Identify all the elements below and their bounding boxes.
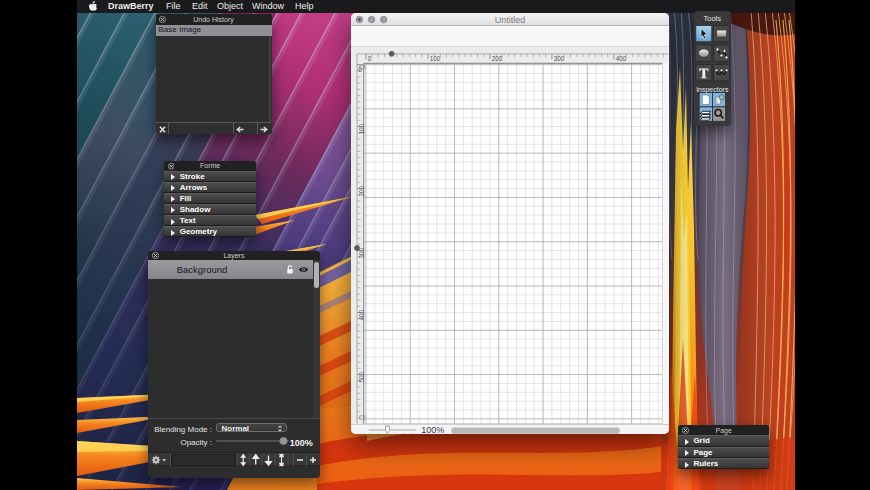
- svg-text:400: 400: [616, 55, 627, 62]
- svg-text:100: 100: [430, 55, 441, 62]
- svg-text:200: 200: [358, 186, 365, 197]
- svg-text:100: 100: [358, 124, 365, 135]
- svg-text:300: 300: [554, 55, 565, 62]
- svg-text:200: 200: [492, 55, 503, 62]
- svg-text:0: 0: [368, 55, 372, 62]
- svg-text:400: 400: [358, 310, 365, 321]
- svg-text:500: 500: [358, 372, 365, 383]
